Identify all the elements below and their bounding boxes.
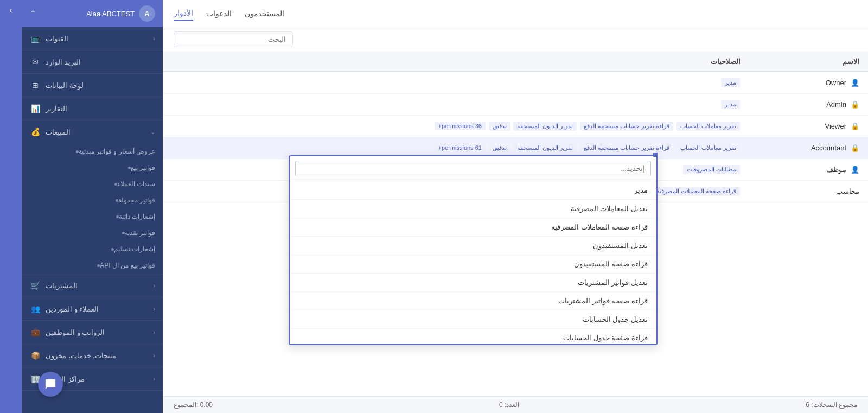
- permission-tag: مدير: [721, 100, 740, 109]
- channels-icon: 📺: [29, 33, 41, 45]
- role-name: محاسب: [836, 187, 859, 195]
- sidebar-sub-item-delivery[interactable]: إشعارات تسليم: [22, 241, 163, 257]
- permission-tag: تدقيق: [489, 122, 510, 131]
- dropdown-item-edit-purchase[interactable]: تعديل فواتير المشتريات: [290, 274, 656, 292]
- name-cell: 🔒 Admin: [749, 94, 868, 116]
- dropdown-item-edit-beneficiaries[interactable]: تعديل المستفيدون: [290, 237, 656, 255]
- sidebar-section-reports: التقارير 📊: [22, 97, 163, 120]
- sidebar-sub-item-scheduled[interactable]: فواتير مجدولة: [22, 192, 163, 208]
- dropdown-item-manager[interactable]: مدير: [290, 181, 656, 200]
- sidebar-section-dashboard: لوحة البيانات ⊞: [22, 74, 163, 97]
- sidebar-item-purchases[interactable]: ‹ المشتريات 🛒: [22, 274, 163, 297]
- sub-item-label: إشعارات دائنة: [119, 213, 155, 220]
- sidebar-section-channels: ‹ القنوات 📺: [22, 27, 163, 50]
- dot-icon: [97, 264, 100, 267]
- sidebar-sub-item-api[interactable]: فواتير بيع من ال API: [22, 257, 163, 274]
- sidebar-sub-item-receipts[interactable]: سندات العملاء: [22, 176, 163, 192]
- dot-icon: [116, 215, 119, 218]
- user-name: Alaa ABCTEST: [86, 10, 135, 18]
- permissions-cell: مدير: [163, 72, 749, 94]
- sidebar-sub-item-credit[interactable]: إشعارات دائنة: [22, 208, 163, 225]
- chevron-icon: ‹: [153, 329, 155, 335]
- count: العدد: 0: [499, 401, 519, 409]
- channels-label: القنوات: [46, 35, 68, 43]
- sub-item-label: فواتير مجدولة: [118, 196, 155, 204]
- payroll-label: الرواتب و الموظفين: [46, 328, 105, 336]
- sales-icon: 💰: [29, 126, 41, 138]
- chat-button[interactable]: [38, 372, 63, 397]
- permission-tag: تقرير معاملات الحساب: [676, 143, 740, 153]
- table-header-row: الاسم الصلاحيات: [163, 52, 868, 72]
- role-name: Owner: [826, 79, 846, 87]
- dropdown-search-input[interactable]: [295, 161, 651, 176]
- dropdown-item-read-beneficiaries[interactable]: قراءة صفحة المستفيدون: [290, 255, 656, 274]
- avatar: A: [139, 5, 155, 22]
- clients-label: العملاء و الموردين: [46, 305, 99, 313]
- amount: 0.00 :المجموع: [174, 401, 213, 409]
- lock-icon: 🔒: [851, 144, 859, 152]
- sidebar-item-reports[interactable]: التقارير 📊: [22, 97, 163, 120]
- nav-link-roles[interactable]: الأدوار: [174, 7, 193, 21]
- nav-link-invites[interactable]: الدعوات: [206, 7, 232, 20]
- sidebar-item-dashboard[interactable]: لوحة البيانات ⊞: [22, 74, 163, 97]
- sidebar-sub-item-quotes[interactable]: عروض أسعار و فواتير مبدئية: [22, 143, 163, 160]
- permission-tag: قراءة تقرير حسابات مستحقة الدفع: [580, 122, 673, 131]
- collapse-icon[interactable]: ›: [9, 5, 12, 15]
- dot-icon: [76, 150, 79, 153]
- resize-handle[interactable]: [653, 153, 658, 157]
- permission-tag: permissions 61+: [435, 143, 486, 152]
- sidebar-item-products[interactable]: ‹ منتجات، خدمات، مخزون 📦: [22, 344, 163, 367]
- payroll-icon: 💼: [29, 326, 41, 338]
- permission-tag: مطالبات المصروفات: [683, 165, 740, 174]
- sidebar-item-payroll[interactable]: ‹ الرواتب و الموظفين 💼: [22, 321, 163, 344]
- dot-icon: [122, 232, 125, 234]
- main-content: المستخدمون الدعوات الأدوار الاسم الصلاحي…: [163, 0, 868, 413]
- nav-link-users[interactable]: المستخدمون: [245, 7, 284, 20]
- dropdown-item-edit-coa[interactable]: تعديل جدول الحسابات: [290, 310, 656, 329]
- sidebar-section-inbox: البريد الوارد ✉: [22, 50, 163, 74]
- total-records: مجموع السجلات: 6: [806, 401, 857, 409]
- sub-item-label: فواتير بيع من ال API: [100, 262, 155, 269]
- sub-item-label: عروض أسعار و فواتير مبدئية: [79, 148, 155, 155]
- lock-icon: 🔒: [851, 100, 859, 109]
- dropdown-item-edit-bank[interactable]: تعديل المعاملات المصرفية: [290, 200, 656, 218]
- sidebar-header: A Alaa ABCTEST ⌃: [22, 0, 163, 27]
- sidebar-item-sales[interactable]: ⌄ المبيعات 💰: [22, 120, 163, 143]
- reports-icon: 📊: [29, 103, 41, 115]
- name-cell: محاسب: [749, 181, 868, 202]
- inbox-icon: ✉: [29, 56, 41, 68]
- dropdown-search-area: [290, 156, 656, 181]
- chevron-icon: ‹: [153, 282, 155, 289]
- products-icon: 📦: [29, 350, 41, 361]
- permissions-cell: تقرير معاملات الحساب قراءة تقرير حسابات …: [163, 116, 749, 137]
- sidebar-item-clients[interactable]: ‹ العملاء و الموردين 👥: [22, 297, 163, 320]
- sidebar-sub-item-invoices[interactable]: فواتير بيع: [22, 160, 163, 176]
- dropdown-item-read-purchase[interactable]: قراءة صفحة فواتير المشتريات: [290, 292, 656, 310]
- chevron-icon: ⌄: [150, 129, 155, 136]
- dropdown-item-read-coa[interactable]: قراءة صفحة جدول الحسابات: [290, 329, 656, 344]
- chevron-icon: ‹: [153, 376, 155, 382]
- chevron-icon: ‹: [153, 35, 155, 42]
- permission-tag: تقرير معاملات الحساب: [676, 122, 740, 131]
- right-collapse-bar[interactable]: ›: [0, 0, 22, 413]
- permission-tag: permissions 36+: [435, 122, 486, 130]
- role-name: موظف: [826, 166, 846, 174]
- sidebar-sub-item-cash[interactable]: فواتير نقدية: [22, 225, 163, 241]
- dot-icon: [128, 167, 131, 169]
- dropdown-item-read-bank[interactable]: قراءة صفحة المعاملات المصرفية: [290, 218, 656, 237]
- sidebar: A Alaa ABCTEST ⌃ ‹ القنوات 📺 البريد الوا…: [22, 0, 163, 413]
- sidebar-section-payroll: ‹ الرواتب و الموظفين 💼: [22, 321, 163, 344]
- search-input[interactable]: [174, 31, 293, 47]
- clients-icon: 👥: [29, 303, 41, 315]
- products-label: منتجات، خدمات، مخزون: [46, 352, 116, 360]
- sidebar-item-inbox[interactable]: البريد الوارد ✉: [22, 50, 163, 73]
- person-icon: 👤: [851, 166, 859, 174]
- search-bar: [163, 27, 868, 52]
- dropdown-list: مدير تعديل المعاملات المصرفية قراءة صفحة…: [290, 181, 656, 344]
- role-name: Viewer: [825, 122, 846, 130]
- purchases-icon: 🛒: [29, 279, 41, 291]
- sidebar-collapse-button[interactable]: ⌃: [29, 9, 36, 19]
- permissions-cell: مدير: [163, 94, 749, 116]
- reports-label: التقارير: [46, 105, 67, 113]
- sidebar-item-channels[interactable]: ‹ القنوات 📺: [22, 27, 163, 50]
